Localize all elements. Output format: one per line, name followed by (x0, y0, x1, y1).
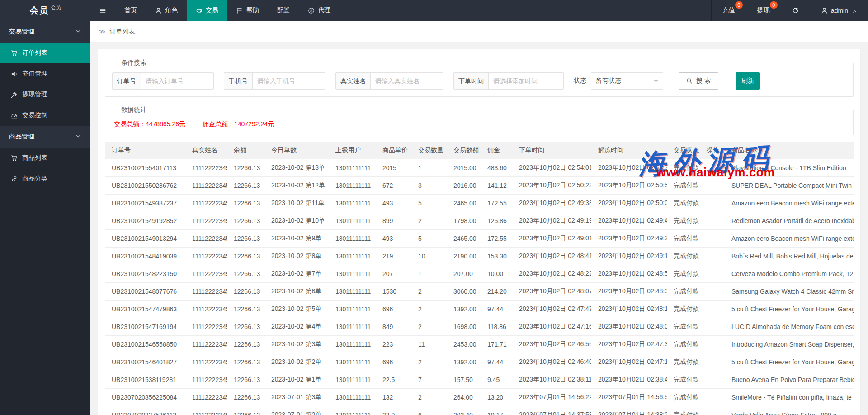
order-time-input[interactable] (489, 73, 563, 89)
table-row: UB23100215490132941111222234512266.13202… (105, 229, 854, 247)
sidebar-item-withdraw-management[interactable]: 提现管理 (0, 84, 90, 105)
real-name-input[interactable] (371, 73, 443, 89)
cell-unit-price: 493 (376, 229, 411, 247)
topnav-item-help[interactable]: 帮助 (227, 0, 268, 21)
cart-icon (11, 155, 18, 162)
cell-order-time: 2023年10月02日 02:47:47 (512, 300, 591, 318)
cell-parent-user: 13011111111 (329, 318, 376, 335)
cell-product-name: Introducing Amazon Smart Soap Dispenser,… (725, 335, 854, 353)
commission-total: 佣金总额：1407292.24元 (203, 120, 274, 129)
search-row: 订单号手机号真实姓名下单时间 状态 所有状态 搜 索 刷新 (112, 72, 846, 90)
col-header-order-no: 订单号 (105, 142, 185, 159)
cell-unit-price: 696 (376, 300, 411, 318)
cell-amount: 1392.00 (447, 353, 481, 371)
cell-real-name: 11112222345 (185, 282, 227, 300)
sidebar-item-label: 交易控制 (22, 111, 47, 119)
cell-commission: 97.44 (481, 353, 512, 371)
cell-real-name: 11112222345 (185, 371, 227, 388)
sidebar-group-trade-management[interactable]: 交易管理 (0, 21, 90, 43)
cell-real-name: 11112222345 (185, 318, 227, 335)
cell-product-name: 5 cu ft Chest Freezer for Your House, Ga… (725, 353, 854, 371)
cell-unfreeze-time: 2023年10月02日 02:48:19 (591, 300, 667, 318)
topnav-item-config[interactable]: 配置 (268, 0, 299, 21)
sidebar-group-product-management[interactable]: 商品管理 (0, 126, 90, 148)
cell-status: 完成付款 (667, 318, 700, 335)
cell-product-name: PlayStation 4 Console - 1TB Slim Edition (725, 159, 854, 176)
refresh-button[interactable]: 刷新 (736, 72, 760, 90)
cell-qty: 7 (411, 371, 447, 388)
phone-input[interactable] (253, 73, 325, 89)
brand-logo[interactable]: 会员 会员 (0, 0, 90, 21)
status-selected-value: 所有状态 (596, 77, 621, 85)
sidebar-item-product-category[interactable]: 商品分类 (0, 168, 90, 189)
col-header-action: 操作 (700, 142, 725, 159)
cell-amount: 264.00 (447, 388, 481, 406)
cell-today-orders: 2023-10-02 第11单 (264, 194, 329, 212)
topnav-item-agent[interactable]: $代理 (299, 0, 340, 21)
sidebar-item-recharge-management[interactable]: 充值管理 (0, 63, 90, 84)
cell-commission: 483.60 (481, 159, 512, 176)
cell-balance: 12266.13 (227, 406, 264, 415)
table-row: UB23100215493872371111222234512266.13202… (105, 194, 854, 212)
topnav-item-label: 提现 (757, 6, 770, 14)
refresh-icon (792, 7, 799, 14)
cell-order-no: UB2307020356225084 (105, 388, 185, 406)
topnav-item-roles[interactable]: 角色 (146, 0, 187, 21)
order-no-input[interactable] (141, 73, 213, 89)
cell-amount: 2465.00 (447, 194, 481, 212)
balance-icon (196, 7, 203, 14)
cell-order-no: UB2310021547169194 (105, 318, 185, 335)
topnav-item-trade[interactable]: 交易 (187, 0, 227, 21)
cell-commission: 13.20 (481, 388, 512, 406)
chevron-down-icon (75, 29, 82, 35)
table-row: UB23070203375361121111222234512266.13202… (105, 406, 854, 415)
cell-today-orders: 2023-10-02 第5单 (264, 300, 329, 318)
breadcrumb-caret-icon: ≫ (99, 28, 106, 36)
topnav-item-label: 交易 (206, 6, 218, 14)
sidebar-item-product-list[interactable]: 商品列表 (0, 148, 90, 168)
cell-action (700, 212, 725, 229)
table-row: UB23100215464018271111222234512266.13202… (105, 353, 854, 371)
topnav-item-home[interactable]: 首页 (115, 0, 146, 21)
search-icon (686, 78, 693, 84)
cell-order-time: 2023年10月02日 02:49:19 (512, 212, 591, 229)
topnav-item-user-menu[interactable]: admin (810, 0, 868, 21)
topnav-item-label: 代理 (318, 6, 330, 14)
sidebar-item-trade-control[interactable]: 交易控制 (0, 105, 90, 126)
cell-unit-price: 849 (376, 318, 411, 335)
orders-table-wrap: 订单号真实姓名余额今日单数上级用户商品单价交易数量交易数额佣金下单时间解冻时间交… (105, 142, 854, 415)
cell-order-time: 2023年10月02日 02:48:07 (512, 282, 591, 300)
brand-name: 会员 (30, 5, 49, 17)
cell-status: 完成付款 (667, 194, 700, 212)
page-title: 订单列表 (110, 28, 135, 36)
search-button[interactable]: 搜 索 (679, 72, 718, 90)
topnav-menu: 首页角色交易帮助配置$代理 (90, 0, 340, 21)
cell-order-no: UB2310021538119281 (105, 371, 185, 388)
cell-product-name: 5 cu ft Chest Freezer for Your House, Ga… (725, 300, 854, 318)
sidebar: 交易管理订单列表充值管理提现管理交易控制商品管理商品列表商品分类 (0, 21, 90, 415)
cell-action (700, 176, 725, 194)
sidebar-item-label: 提现管理 (22, 91, 47, 99)
status-select[interactable]: 所有状态 (591, 72, 663, 90)
topnav-item-withdraw[interactable]: 提现0 (746, 0, 781, 21)
orders-table: 订单号真实姓名余额今日单数上级用户商品单价交易数量交易数额佣金下单时间解冻时间交… (105, 142, 854, 415)
cell-real-name: 11112222345 (185, 335, 227, 353)
cell-commission: 97.44 (481, 300, 512, 318)
topnav-item-recharge[interactable]: 充值0 (711, 0, 746, 21)
cell-parent-user: 13011111111 (329, 335, 376, 353)
horn-icon (11, 71, 18, 77)
topnav-item-menu-toggle[interactable] (90, 0, 115, 21)
cell-commission: 171.71 (481, 335, 512, 353)
topnav-item-label: 配置 (277, 6, 290, 14)
topnav-item-refresh[interactable] (781, 0, 810, 21)
sidebar-item-order-list[interactable]: 订单列表 (0, 43, 90, 63)
topnav-item-label: 充值 (722, 6, 735, 14)
cell-status: 完成付款 (667, 300, 700, 318)
cell-status: 完成付款 (667, 388, 700, 406)
search-fieldset: 条件搜索 订单号手机号真实姓名下单时间 状态 所有状态 搜 索 (105, 59, 854, 97)
person-icon (155, 7, 162, 14)
cell-qty: 2 (411, 318, 447, 335)
cell-parent-user: 13011111111 (329, 265, 376, 282)
cell-order-no: UB2310021546558850 (105, 335, 185, 353)
cell-unit-price: 899 (376, 212, 411, 229)
